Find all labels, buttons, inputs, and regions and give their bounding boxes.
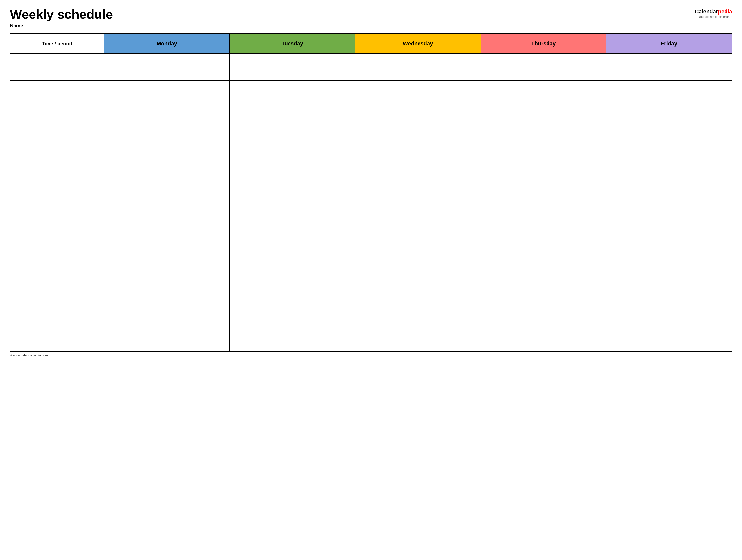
schedule-cell[interactable] <box>229 108 355 135</box>
schedule-cell[interactable] <box>606 324 732 351</box>
table-row <box>10 243 732 270</box>
schedule-cell[interactable] <box>481 80 606 108</box>
time-cell[interactable] <box>10 297 104 324</box>
header-wednesday: Wednesday <box>355 34 481 53</box>
table-row <box>10 324 732 351</box>
schedule-cell[interactable] <box>104 53 229 80</box>
logo-block: Calendarpedia Your source for calendars <box>695 8 732 19</box>
schedule-cell[interactable] <box>104 270 229 297</box>
footer: © www.calendarpedia.com <box>10 353 732 357</box>
schedule-cell[interactable] <box>355 162 481 189</box>
name-label: Name: <box>10 23 113 29</box>
schedule-cell[interactable] <box>355 297 481 324</box>
title-block: Weekly schedule Name: <box>10 7 113 29</box>
schedule-cell[interactable] <box>104 243 229 270</box>
schedule-cell[interactable] <box>229 216 355 243</box>
schedule-cell[interactable] <box>606 216 732 243</box>
schedule-cell[interactable] <box>104 216 229 243</box>
schedule-cell[interactable] <box>481 216 606 243</box>
schedule-cell[interactable] <box>606 243 732 270</box>
schedule-cell[interactable] <box>355 270 481 297</box>
schedule-cell[interactable] <box>606 270 732 297</box>
schedule-cell[interactable] <box>481 162 606 189</box>
schedule-cell[interactable] <box>481 135 606 162</box>
schedule-cell[interactable] <box>104 135 229 162</box>
table-row <box>10 216 732 243</box>
schedule-cell[interactable] <box>229 53 355 80</box>
schedule-cell[interactable] <box>606 80 732 108</box>
schedule-cell[interactable] <box>104 80 229 108</box>
schedule-cell[interactable] <box>481 324 606 351</box>
schedule-cell[interactable] <box>481 189 606 216</box>
schedule-cell[interactable] <box>229 162 355 189</box>
schedule-cell[interactable] <box>355 80 481 108</box>
schedule-cell[interactable] <box>229 270 355 297</box>
time-cell[interactable] <box>10 189 104 216</box>
time-cell[interactable] <box>10 324 104 351</box>
time-cell[interactable] <box>10 216 104 243</box>
schedule-body <box>10 53 732 351</box>
schedule-cell[interactable] <box>104 297 229 324</box>
schedule-cell[interactable] <box>606 53 732 80</box>
schedule-table: Time / period Monday Tuesday Wednesday T… <box>10 34 732 351</box>
time-cell[interactable] <box>10 108 104 135</box>
time-cell[interactable] <box>10 53 104 80</box>
schedule-cell[interactable] <box>104 108 229 135</box>
page-title: Weekly schedule <box>10 7 113 21</box>
schedule-cell[interactable] <box>481 297 606 324</box>
schedule-cell[interactable] <box>355 324 481 351</box>
table-row <box>10 162 732 189</box>
table-row <box>10 108 732 135</box>
schedule-cell[interactable] <box>481 108 606 135</box>
schedule-cell[interactable] <box>481 53 606 80</box>
time-cell[interactable] <box>10 135 104 162</box>
schedule-cell[interactable] <box>355 216 481 243</box>
schedule-cell[interactable] <box>229 324 355 351</box>
schedule-cell[interactable] <box>355 53 481 80</box>
schedule-cell[interactable] <box>606 297 732 324</box>
schedule-cell[interactable] <box>229 297 355 324</box>
table-row <box>10 80 732 108</box>
table-row <box>10 53 732 80</box>
schedule-cell[interactable] <box>355 243 481 270</box>
header-monday: Monday <box>104 34 229 53</box>
schedule-cell[interactable] <box>104 324 229 351</box>
schedule-cell[interactable] <box>606 189 732 216</box>
schedule-cell[interactable] <box>229 80 355 108</box>
schedule-cell[interactable] <box>104 189 229 216</box>
schedule-cell[interactable] <box>229 135 355 162</box>
table-header-row: Time / period Monday Tuesday Wednesday T… <box>10 34 732 53</box>
time-cell[interactable] <box>10 162 104 189</box>
schedule-cell[interactable] <box>355 135 481 162</box>
schedule-cell[interactable] <box>606 108 732 135</box>
schedule-cell[interactable] <box>355 108 481 135</box>
time-cell[interactable] <box>10 80 104 108</box>
logo-text: Calendarpedia <box>695 8 732 15</box>
table-row <box>10 270 732 297</box>
time-cell[interactable] <box>10 270 104 297</box>
logo-pedia: pedia <box>718 8 732 14</box>
footer-url: © www.calendarpedia.com <box>10 353 48 357</box>
table-row <box>10 189 732 216</box>
schedule-cell[interactable] <box>355 189 481 216</box>
table-row <box>10 297 732 324</box>
logo-tagline: Your source for calendars <box>699 15 732 19</box>
header-tuesday: Tuesday <box>229 34 355 53</box>
time-cell[interactable] <box>10 243 104 270</box>
schedule-cell[interactable] <box>481 270 606 297</box>
schedule-cell[interactable] <box>229 243 355 270</box>
schedule-cell[interactable] <box>606 162 732 189</box>
table-row <box>10 135 732 162</box>
header-friday: Friday <box>606 34 732 53</box>
header-thursday: Thursday <box>481 34 606 53</box>
header-time: Time / period <box>10 34 104 53</box>
schedule-cell[interactable] <box>229 189 355 216</box>
schedule-cell[interactable] <box>104 162 229 189</box>
schedule-cell[interactable] <box>606 135 732 162</box>
logo-calendar: Calendar <box>695 8 718 14</box>
page-header: Weekly schedule Name: Calendarpedia Your… <box>10 7 732 29</box>
schedule-cell[interactable] <box>481 243 606 270</box>
